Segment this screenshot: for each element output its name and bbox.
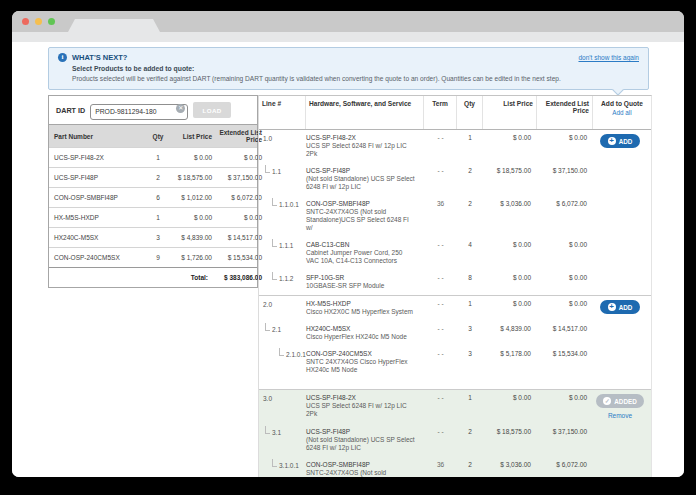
- product-id: CAB-C13-CBN: [306, 241, 416, 249]
- header-line: Line #: [259, 96, 306, 129]
- add-button[interactable]: + ADD: [600, 134, 641, 148]
- line-number: 2.1: [272, 326, 281, 333]
- line-number-cell: 3.0: [259, 394, 306, 402]
- part-list-price: $ 18,575.00: [170, 174, 212, 181]
- browser-tab[interactable]: [68, 19, 160, 32]
- qty-cell: 2: [457, 200, 483, 207]
- product-description: 10GBASE-SR SFP Module: [306, 282, 416, 290]
- dismiss-link[interactable]: don't show this again: [578, 54, 639, 61]
- line-number-cell: 1.1.1: [259, 241, 306, 249]
- term-cell: - -: [424, 300, 457, 307]
- product-id: UCS-SP-FI48P: [306, 167, 416, 175]
- clear-icon[interactable]: ✕: [176, 104, 185, 113]
- ext-price-cell: $ 37,150.00: [537, 167, 593, 174]
- remove-link[interactable]: Remove: [593, 412, 647, 419]
- toolbar-strip: [12, 32, 684, 42]
- quote-row: 1.1.0.1 CON-OSP-SMBFI48P SNTC-24X7X4OS (…: [259, 196, 651, 237]
- tree-connector: [265, 323, 270, 331]
- quote-row: 3.1 UCS-SP-FI48P (Not sold Standalone) U…: [259, 424, 651, 457]
- list-price-cell: $ 0.00: [483, 300, 537, 307]
- add-button[interactable]: + ADD: [600, 300, 641, 314]
- hardware-cell: HX-M5S-HXDP Cisco HX2X0C M5 Hyperflex Sy…: [306, 300, 424, 316]
- line-number-cell: 3.1: [259, 428, 306, 436]
- hardware-cell: UCS-SP-FI48P (Not sold Standalone) UCS S…: [306, 428, 424, 452]
- ext-price-cell: $ 14,517.00: [537, 325, 593, 332]
- plus-icon: +: [608, 303, 616, 311]
- product-id: SFP-10G-SR: [306, 274, 416, 282]
- part-ext-price: $ 14,517.00: [212, 234, 262, 241]
- hardware-cell: UCS-SP-FI48P (Not sold Standalone) UCS S…: [306, 167, 424, 191]
- qty-cell: 1: [457, 394, 483, 401]
- header-qty: Qty: [457, 96, 483, 129]
- ext-price-cell: $ 6,072.00: [537, 461, 593, 468]
- product-id: UCS-SP-FI48P: [306, 428, 416, 436]
- part-list-price: $ 0.00: [170, 214, 212, 221]
- product-description: (Not sold Standalone) UCS SP Select 6248…: [306, 175, 416, 191]
- part-list-price: $ 1,012.00: [170, 194, 212, 201]
- list-price-cell: $ 0.00: [483, 134, 537, 141]
- quote-row: 1.1 UCS-SP-FI48P (Not sold Standalone) U…: [259, 163, 651, 196]
- term-cell: - -: [424, 394, 457, 401]
- term-cell: 36: [424, 200, 457, 207]
- close-button[interactable]: [22, 18, 29, 25]
- product-description: SNTC-24X7X4OS (Not sold Standalone)UCS S…: [306, 469, 416, 477]
- part-table-body: UCS-SP-FI48-2X 1 $ 0.00 $ 0.00 UCS-SP-FI…: [49, 147, 257, 267]
- quote-table: Line # Hardware, Software, and Service T…: [258, 95, 652, 477]
- quote-row: 2.1 HX240C-M5SX Cisco HyperFlex HX240c M…: [259, 321, 651, 346]
- tree-connector: [272, 272, 277, 280]
- qty-cell: 1: [457, 300, 483, 307]
- browser-window: i WHAT'S NEXT? don't show this again Sel…: [12, 11, 684, 477]
- zoom-button[interactable]: [48, 18, 55, 25]
- window-titlebar: [12, 11, 684, 32]
- info-icon: i: [58, 53, 67, 62]
- part-list-price: $ 4,839.00: [170, 234, 212, 241]
- qty-cell: 3: [457, 350, 483, 357]
- product-id: UCS-SP-FI48-2X: [306, 134, 416, 142]
- list-price-cell: $ 0.00: [483, 274, 537, 281]
- line-number-cell: 1.1: [259, 167, 306, 175]
- part-number: CON-OSP-SMBFI48P: [54, 194, 146, 201]
- tree-connector: [265, 426, 270, 434]
- list-price-cell: $ 0.00: [483, 241, 537, 248]
- product-description: SNTC 24X7X4OS Cisco HyperFlex HX240c M5 …: [306, 358, 416, 374]
- banner-title: WHAT'S NEXT?: [72, 53, 127, 62]
- part-table: Part Number Qty List Price Extended List…: [49, 124, 257, 287]
- load-button[interactable]: LOAD: [193, 102, 231, 118]
- hardware-cell: UCS-SP-FI48-2X UCS SP Select 6248 FI w/ …: [306, 134, 424, 158]
- ext-price-cell: $ 0.00: [537, 134, 593, 141]
- ext-price-cell: $ 0.00: [537, 300, 593, 307]
- hardware-cell: SFP-10G-SR 10GBASE-SR SFP Module: [306, 274, 424, 290]
- product-id: HX-M5S-HXDP: [306, 300, 416, 308]
- dart-id-input[interactable]: [90, 104, 188, 120]
- hardware-cell: CON-OSP-SMBFI48P SNTC-24X7X4OS (Not sold…: [306, 461, 424, 477]
- line-number: 1.1.2: [279, 275, 293, 282]
- banner-instruction: Select Products to be added to quote:: [72, 65, 639, 72]
- qty-cell: 1: [457, 134, 483, 141]
- product-id: CON-OSP-SMBFI48P: [306, 200, 416, 208]
- add-all-link[interactable]: Add all: [596, 109, 648, 116]
- quote-table-body: 1.0 UCS-SP-FI48-2X UCS SP Select 6248 FI…: [259, 130, 651, 477]
- list-price-cell: $ 18,575.00: [483, 428, 537, 435]
- action-cell: ✓ ADDED Remove: [593, 394, 651, 419]
- banner-pointer: [612, 84, 623, 95]
- line-number: 1.1: [272, 168, 281, 175]
- term-cell: 36: [424, 461, 457, 468]
- term-cell: - -: [424, 134, 457, 141]
- part-number: HX-M5S-HXDP: [54, 214, 146, 221]
- quote-row: 2.1.0.1 CON-OSP-240CM5SX SNTC 24X7X4OS C…: [259, 346, 651, 389]
- part-number: UCS-SP-FI48-2X: [54, 154, 146, 161]
- product-description: SNTC-24X7X4OS (Not sold Standalone)UCS S…: [306, 208, 416, 232]
- minimize-button[interactable]: [35, 18, 42, 25]
- part-ext-price: $ 0.00: [212, 214, 262, 221]
- total-value: $ 383,086.00: [212, 274, 262, 281]
- part-qty: 6: [146, 194, 170, 201]
- hardware-cell: CON-OSP-240CM5SX SNTC 24X7X4OS Cisco Hyp…: [306, 350, 424, 374]
- hardware-cell: CON-OSP-SMBFI48P SNTC-24X7X4OS (Not sold…: [306, 200, 424, 232]
- quote-row: 1.0 UCS-SP-FI48-2X UCS SP Select 6248 FI…: [259, 130, 651, 163]
- hardware-cell: UCS-SP-FI48-2X UCS SP Select 6248 FI w/ …: [306, 394, 424, 418]
- product-id: CON-OSP-240CM5SX: [306, 350, 416, 358]
- ext-price-cell: $ 0.00: [537, 274, 593, 281]
- banner-description: Products selected will be verified again…: [72, 75, 639, 82]
- tree-connector: [265, 165, 270, 173]
- term-cell: - -: [424, 167, 457, 174]
